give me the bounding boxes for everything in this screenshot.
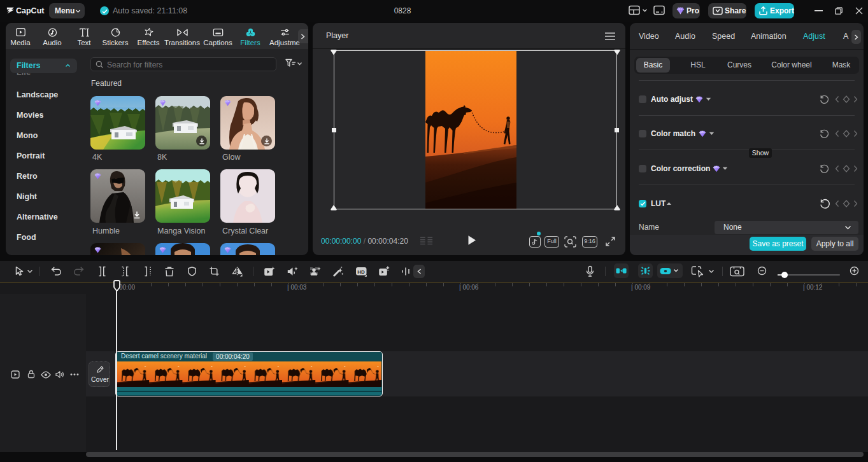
svg-text:HD: HD — [357, 269, 365, 275]
